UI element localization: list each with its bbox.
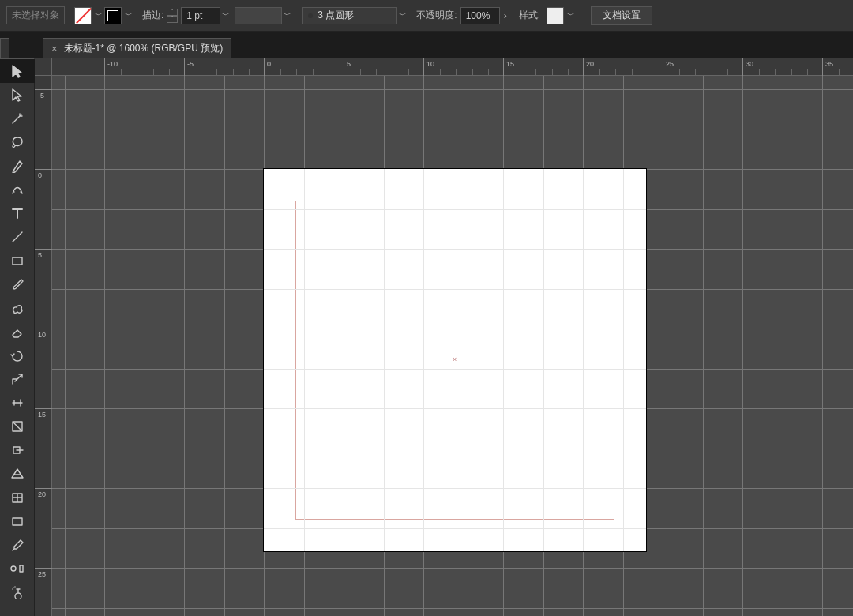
style-label: 样式:: [519, 9, 540, 22]
brush-name: 3 点圆形: [318, 9, 354, 22]
artboard-center-mark: ×: [453, 355, 457, 363]
brush-dot-icon: [308, 13, 313, 18]
gradient-tool[interactable]: [0, 509, 35, 533]
magic-wand-tool[interactable]: [0, 107, 35, 130]
opacity-label: 不透明度:: [416, 9, 457, 22]
selection-tool[interactable]: [0, 59, 35, 83]
mesh-tool[interactable]: [0, 486, 35, 509]
width-tool[interactable]: [0, 391, 35, 415]
vertical-ruler[interactable]: -50510152025: [35, 76, 52, 616]
pen-tool[interactable]: [0, 154, 35, 178]
eraser-tool[interactable]: [0, 320, 35, 344]
brush-dropdown-icon[interactable]: ﹀: [397, 7, 408, 24]
shape-builder-tool[interactable]: [0, 438, 35, 462]
stroke-weight-field[interactable]: 1 pt: [181, 7, 220, 24]
curvature-tool[interactable]: [0, 178, 35, 201]
home-tab-handle[interactable]: [0, 38, 9, 58]
style-dropdown-icon[interactable]: ﹀: [566, 7, 577, 24]
document-setup-button[interactable]: 文档设置: [591, 6, 652, 25]
opacity-dropdown-icon[interactable]: ›: [500, 7, 511, 24]
paintbrush-tool[interactable]: [0, 272, 35, 296]
scale-tool[interactable]: [0, 367, 35, 391]
stroke-stepper[interactable]: ˄˅: [167, 9, 178, 23]
lasso-tool[interactable]: [0, 130, 35, 154]
fill-dropdown-icon[interactable]: ﹀: [93, 7, 104, 24]
line-tool[interactable]: [0, 225, 35, 249]
free-transform-tool[interactable]: [0, 415, 35, 438]
document-tab-title: 未标题-1* @ 1600% (RGB/GPU 预览): [64, 42, 224, 55]
rotate-tool[interactable]: [0, 344, 35, 367]
artboard[interactable]: ×: [264, 169, 646, 551]
stroke-weight-dropdown-icon[interactable]: ﹀: [220, 7, 231, 24]
opacity-field[interactable]: 100%: [460, 7, 500, 24]
symbol-sprayer-tool[interactable]: [0, 580, 35, 604]
options-bar: 未选择对象 ﹀ ﹀ 描边: ˄˅ 1 pt ﹀ ﹀ 3 点圆形 ﹀ 不透明度: …: [0, 0, 853, 32]
stroke-swatch[interactable]: [104, 7, 122, 24]
stroke-label: 描边:: [142, 9, 163, 22]
perspective-grid-tool[interactable]: [0, 462, 35, 486]
graphic-style-swatch[interactable]: [547, 7, 564, 24]
direct-selection-tool[interactable]: [0, 83, 35, 107]
selection-status: 未选择对象: [6, 6, 65, 24]
rectangle-tool[interactable]: [0, 249, 35, 272]
blob-brush-tool[interactable]: [0, 296, 35, 320]
stroke-profile-preview[interactable]: [235, 7, 282, 24]
fill-swatch[interactable]: [74, 7, 92, 24]
eyedropper-tool[interactable]: [0, 533, 35, 557]
close-tab-icon[interactable]: ×: [51, 43, 58, 54]
tools-panel: [0, 58, 35, 616]
blend-tool[interactable]: [0, 557, 35, 580]
ruler-origin-corner[interactable]: [35, 58, 52, 76]
horizontal-ruler[interactable]: -10-505101520253035: [52, 58, 853, 76]
stroke-profile-dropdown-icon[interactable]: ﹀: [282, 7, 293, 24]
type-tool[interactable]: [0, 201, 35, 225]
brush-definition-field[interactable]: 3 点圆形: [302, 7, 397, 24]
document-tab[interactable]: × 未标题-1* @ 1600% (RGB/GPU 预览): [43, 38, 231, 58]
canvas-stage[interactable]: -10-505101520253035 -50510152025 ×: [35, 58, 853, 616]
stroke-dropdown-icon[interactable]: ﹀: [123, 7, 134, 24]
